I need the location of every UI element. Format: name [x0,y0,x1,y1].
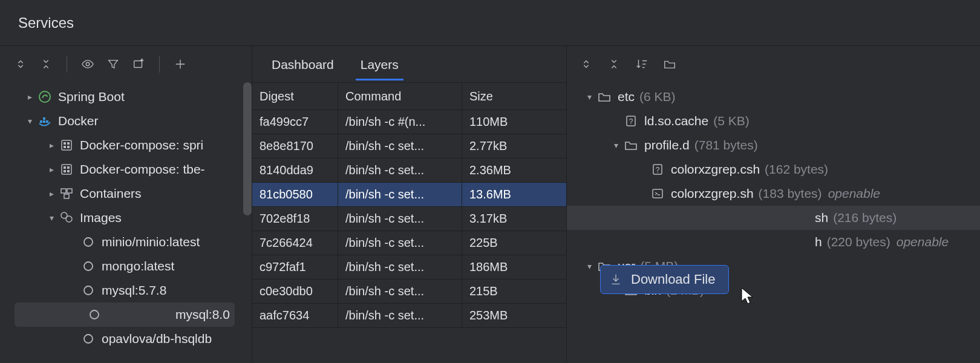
expand-all-icon[interactable] [578,56,595,73]
file-item[interactable]: colorxzgrep.sh(183 bytes)openable [567,182,980,206]
mouse-cursor [740,287,755,305]
file-label: h [815,235,822,249]
svg-rect-8 [64,142,66,145]
cell-digest: c0e30db0 [252,280,338,303]
divider [67,56,67,73]
tree-item[interactable]: ▸Spring Boot [0,85,252,109]
col-digest[interactable]: Digest [252,83,338,110]
cell-command: /bin/sh -c set... [338,183,462,206]
openable-hint: openable [828,186,880,201]
cell-digest: 8e8e8170 [252,134,338,158]
file-item[interactable]: sh(216 bytes) [567,206,980,230]
svg-rect-13 [64,166,66,169]
cell-command: /bin/sh -c set... [338,159,462,182]
tree-label: opavlova/db-hsqldb [102,332,212,346]
sort-icon[interactable] [633,56,650,73]
cell-command: /bin/sh -c set... [338,134,462,158]
file-item[interactable]: ?colorxzgrep.csh(162 bytes) [567,157,980,182]
add-icon[interactable] [172,56,189,73]
svg-rect-17 [61,189,66,193]
col-command[interactable]: Command [338,83,462,110]
layer-row[interactable]: 8140dda9/bin/sh -c set...2.36MB [252,159,566,183]
cell-command: /bin/sh -c #(n... [338,110,462,134]
svg-rect-14 [67,166,70,169]
svg-text:?: ? [656,166,660,174]
layer-row[interactable]: 7c266424/bin/sh -c set...225B [252,231,566,255]
cell-digest: fa499cc7 [252,110,338,134]
tabs: DashboardLayers [252,46,566,82]
svg-point-25 [90,310,99,319]
collapse-all-icon[interactable] [38,56,54,73]
tree-label: Docker-compose: tbe- [80,162,205,177]
svg-point-23 [84,262,93,270]
file-size: (6 KB) [639,90,676,104]
svg-rect-9 [67,142,70,145]
download-file-popup[interactable]: Download File [600,265,729,294]
collapse-all-icon[interactable] [606,56,622,73]
tree-item[interactable]: opavlova/db-hsqldb [0,327,252,351]
tree-item[interactable]: ▾Docker [0,109,252,133]
svg-rect-7 [62,140,71,150]
layer-row[interactable]: 81cb0580/bin/sh -c set...13.6MB [252,183,566,207]
expand-all-icon[interactable] [12,56,29,73]
file-item[interactable]: h(220 bytes)openable [567,230,980,254]
scrollbar-thumb[interactable] [243,82,252,215]
layers-table: DigestCommandSizefa499cc7/bin/sh -c #(n.… [252,82,566,363]
layer-row[interactable]: fa499cc7/bin/sh -c #(n...110MB [252,110,566,134]
cell-size: 186MB [462,255,566,279]
new-window-icon[interactable] [130,56,147,73]
view-mode-icon[interactable] [79,56,96,73]
svg-point-22 [84,238,93,246]
filter-icon[interactable] [105,56,122,73]
svg-rect-16 [67,170,70,172]
cell-digest: 702e8f18 [252,207,338,231]
layer-files-panel: ▾etc(6 KB)?ld.so.cache(5 KB)▾profile.d(7… [567,46,980,363]
services-tree[interactable]: ▸Spring Boot▾Docker▸Docker-compose: spri… [0,82,252,363]
tree-item[interactable]: ▸Docker-compose: spri [0,133,252,157]
cell-command: /bin/sh -c set... [338,280,462,303]
svg-rect-19 [64,194,69,198]
cell-size: 2.77kB [462,134,566,158]
svg-rect-1 [134,61,142,68]
svg-rect-10 [64,146,66,148]
tree-item[interactable]: ▸Containers [0,182,252,206]
file-label: profile.d [644,138,690,152]
layer-row[interactable]: c972faf1/bin/sh -c set...186MB [252,255,566,280]
file-size: (5 KB) [713,114,750,128]
file-label: etc [618,90,635,104]
layer-row[interactable]: c0e30db0/bin/sh -c set...215B [252,280,566,304]
tree-item[interactable]: mongo:latest [0,254,252,278]
file-label: colorxzgrep.sh [671,186,754,201]
cell-size: 13.6MB [462,183,566,206]
file-size: (183 bytes) [759,186,822,201]
file-item[interactable]: ?ld.so.cache(5 KB) [567,109,980,133]
svg-rect-12 [62,165,71,174]
tree-item[interactable]: ▸Docker-compose: tbe- [0,157,252,182]
svg-rect-3 [40,120,42,123]
folder-icon[interactable] [661,56,678,73]
tree-item[interactable]: minio/minio:latest [0,230,252,254]
cell-digest: 7c266424 [252,231,338,255]
tree-item[interactable]: mysql:8.0 [15,302,235,327]
cell-size: 253MB [462,304,566,327]
file-item[interactable]: ▾etc(6 KB) [567,85,980,109]
svg-rect-4 [43,120,45,123]
file-label: ld.so.cache [644,114,708,128]
tab-dashboard[interactable]: Dashboard [258,48,347,80]
tree-label: mysql:5.7.8 [102,283,166,298]
layer-row[interactable]: aafc7634/bin/sh -c set...253MB [252,304,566,328]
file-tree[interactable]: ▾etc(6 KB)?ld.so.cache(5 KB)▾profile.d(7… [567,82,980,363]
layer-row[interactable]: 702e8f18/bin/sh -c set...3.17kB [252,207,566,231]
col-size[interactable]: Size [462,83,566,110]
cell-command: /bin/sh -c set... [338,231,462,255]
main-area: ▸Spring Boot▾Docker▸Docker-compose: spri… [0,46,980,363]
panel-title: Services [0,0,980,46]
tree-item[interactable]: ▾Images [0,206,252,230]
file-item[interactable]: ▾profile.d(781 bytes) [567,133,980,157]
tree-toolbar [0,46,252,82]
layer-row[interactable]: 8e8e8170/bin/sh -c set...2.77kB [252,134,566,159]
files-toolbar [567,46,980,82]
tab-layers[interactable]: Layers [347,48,412,80]
tree-item[interactable]: mysql:5.7.8 [0,278,252,302]
cell-size: 215B [462,280,566,303]
